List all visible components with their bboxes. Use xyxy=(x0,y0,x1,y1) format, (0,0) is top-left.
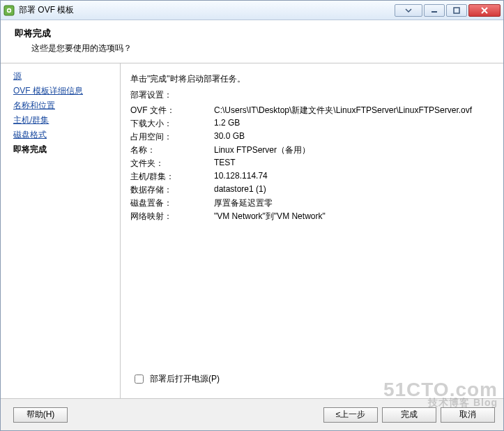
row-datastore: 数据存储： datastore1 (1) xyxy=(130,183,494,197)
power-on-row: 部署后打开电源(P) xyxy=(130,370,494,393)
help-window-button[interactable] xyxy=(395,4,422,17)
help-button[interactable]: 帮助(H) xyxy=(13,407,68,423)
val-datastore: datastore1 (1) xyxy=(214,184,494,196)
row-network-mapping: 网络映射： "VM Network"到"VM Network" xyxy=(130,210,494,223)
val-download-size: 1.2 GB xyxy=(214,118,494,130)
row-size-on-disk: 占用空间： 30.0 GB xyxy=(130,130,494,144)
key-datastore: 数据存储： xyxy=(130,184,214,196)
row-name: 名称： Linux FTPServer（备用） xyxy=(130,144,494,157)
step-ready-complete: 即将完成 xyxy=(13,144,114,156)
step-ovf-details[interactable]: OVF 模板详细信息 xyxy=(13,85,114,97)
step-host-cluster[interactable]: 主机/群集 xyxy=(13,114,114,126)
back-button[interactable]: ≤上一步 xyxy=(323,407,378,423)
maximize-button[interactable] xyxy=(446,4,467,17)
power-on-label: 部署后打开电源(P) xyxy=(150,373,220,385)
settings-label: 部署设置： xyxy=(130,89,494,101)
val-disk-provision: 厚置备延迟置零 xyxy=(214,197,494,209)
wizard-header: 即将完成 这些是您要使用的选项吗？ xyxy=(1,20,503,63)
key-host-cluster: 主机/群集： xyxy=(130,171,214,183)
window-title: 部署 OVF 模板 xyxy=(19,4,74,16)
step-name-location[interactable]: 名称和位置 xyxy=(13,100,114,112)
minimize-button[interactable] xyxy=(424,4,445,17)
instruction-text: 单击"完成"时将启动部署任务。 xyxy=(130,73,494,85)
titlebar: 部署 OVF 模板 xyxy=(1,1,503,20)
power-on-checkbox[interactable] xyxy=(135,375,144,384)
val-size-on-disk: 30.0 GB xyxy=(214,131,494,143)
val-folder: TEST xyxy=(214,158,494,169)
row-folder: 文件夹： TEST xyxy=(130,157,494,170)
key-network-mapping: 网络映射： xyxy=(130,211,214,222)
key-size-on-disk: 占用空间： xyxy=(130,131,214,143)
key-disk-provision: 磁盘置备： xyxy=(130,197,214,209)
svg-rect-4 xyxy=(454,8,459,13)
val-ovf-file: C:\Users\IT\Desktop\新建文件夹\LinuxFTPServer… xyxy=(214,105,494,116)
step-source[interactable]: 源 xyxy=(13,70,114,82)
wizard-steps-sidebar: 源 OVF 模板详细信息 名称和位置 主机/群集 磁盘格式 即将完成 xyxy=(1,63,121,398)
settings-table: OVF 文件： C:\Users\IT\Desktop\新建文件夹\LinuxF… xyxy=(130,104,494,223)
key-folder: 文件夹： xyxy=(130,158,214,169)
val-network-mapping: "VM Network"到"VM Network" xyxy=(214,211,494,222)
row-download-size: 下载大小： 1.2 GB xyxy=(130,117,494,130)
cancel-button[interactable]: 取消 xyxy=(441,407,495,423)
step-disk-format[interactable]: 磁盘格式 xyxy=(13,129,114,141)
wizard-body: 源 OVF 模板详细信息 名称和位置 主机/群集 磁盘格式 即将完成 单击"完成… xyxy=(1,63,503,398)
key-ovf-file: OVF 文件： xyxy=(130,105,214,116)
app-icon xyxy=(3,5,15,16)
wizard-main-panel: 单击"完成"时将启动部署任务。 部署设置： OVF 文件： C:\Users\I… xyxy=(121,63,503,398)
svg-point-2 xyxy=(8,9,10,11)
page-subtitle: 这些是您要使用的选项吗？ xyxy=(31,43,492,54)
val-host-cluster: 10.128.114.74 xyxy=(214,171,494,183)
window-buttons xyxy=(395,4,501,17)
key-download-size: 下载大小： xyxy=(130,118,214,130)
wizard-footer: 帮助(H) ≤上一步 完成 取消 xyxy=(1,398,503,430)
row-disk-provision: 磁盘置备： 厚置备延迟置零 xyxy=(130,197,494,210)
key-name: 名称： xyxy=(130,144,214,156)
close-button[interactable] xyxy=(468,4,501,17)
row-ovf-file: OVF 文件： C:\Users\IT\Desktop\新建文件夹\LinuxF… xyxy=(130,104,494,117)
row-host-cluster: 主机/群集： 10.128.114.74 xyxy=(130,170,494,183)
val-name: Linux FTPServer（备用） xyxy=(214,144,494,156)
wizard-window: 部署 OVF 模板 即将完成 这些是您要使用的选项吗？ 源 OVF 模板详细信息… xyxy=(0,0,504,431)
page-title: 即将完成 xyxy=(15,27,492,40)
finish-button[interactable]: 完成 xyxy=(382,407,436,423)
